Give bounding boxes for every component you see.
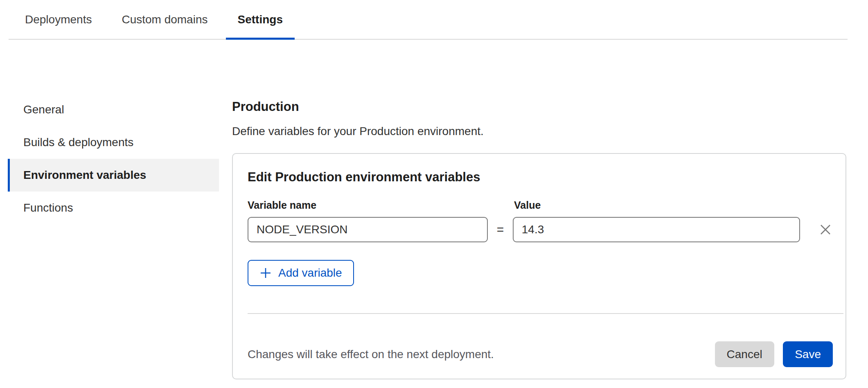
tab-bar: Deployments Custom domains Settings — [9, 0, 848, 40]
field-labels-row: Variable name Value — [248, 199, 833, 211]
plus-icon — [259, 267, 272, 279]
settings-sidebar: General Builds & deployments Environment… — [8, 93, 219, 224]
tab-deployments[interactable]: Deployments — [13, 0, 104, 39]
save-button[interactable]: Save — [783, 341, 833, 367]
card-title: Edit Production environment variables — [248, 169, 833, 185]
add-variable-label: Add variable — [278, 266, 342, 280]
sidebar-item-functions[interactable]: Functions — [8, 192, 219, 224]
variable-row: = — [248, 217, 833, 242]
sidebar-item-builds-deployments[interactable]: Builds & deployments — [8, 126, 219, 159]
environment-variables-card: Edit Production environment variables Va… — [232, 153, 846, 379]
remove-variable-button[interactable] — [818, 222, 833, 237]
add-variable-button[interactable]: Add variable — [248, 260, 354, 286]
sidebar-item-environment-variables[interactable]: Environment variables — [8, 159, 219, 192]
close-icon — [819, 223, 832, 236]
settings-content: Production Define variables for your Pro… — [232, 93, 846, 379]
tab-settings[interactable]: Settings — [226, 0, 295, 39]
variable-name-label: Variable name — [248, 199, 514, 211]
variable-name-input[interactable] — [248, 217, 488, 242]
footer-actions: Cancel Save — [715, 341, 833, 367]
sidebar-item-general[interactable]: General — [8, 93, 219, 126]
page-description: Define variables for your Production env… — [232, 124, 846, 138]
cancel-button[interactable]: Cancel — [715, 341, 774, 367]
tab-custom-domains[interactable]: Custom domains — [110, 0, 219, 39]
card-footer: Changes will take effect on the next dep… — [248, 341, 833, 367]
equals-sign: = — [488, 223, 513, 237]
value-label: Value — [514, 199, 541, 211]
footer-note: Changes will take effect on the next dep… — [248, 348, 494, 361]
page-title: Production — [232, 99, 846, 115]
card-divider — [248, 313, 843, 314]
variable-value-input[interactable] — [513, 217, 800, 242]
